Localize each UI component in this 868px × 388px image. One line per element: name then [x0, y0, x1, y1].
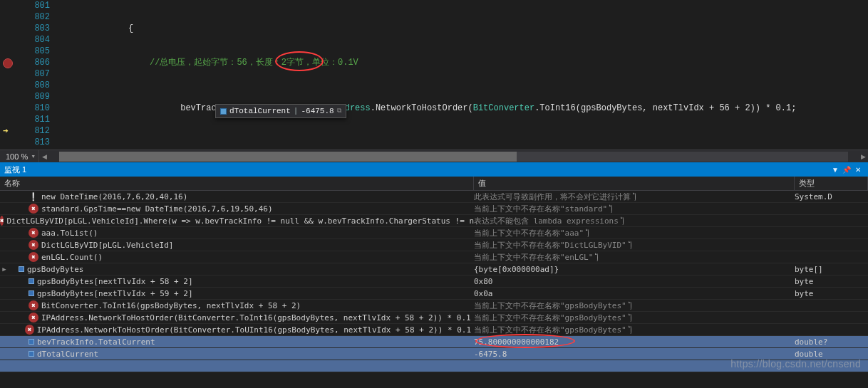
line-number: 811	[21, 114, 50, 125]
watch-value-cell[interactable]: 当前上下文中不存在名称"gpsBodyBytes"	[474, 313, 795, 323]
column-header-label: 类型	[799, 178, 815, 189]
error-icon: ✖	[0, 216, 4, 226]
field-icon	[19, 266, 24, 272]
line-number: 802	[21, 11, 50, 23]
column-header-label: 值	[478, 178, 486, 189]
watch-name-cell[interactable]: ✖aaa.ToList()	[0, 228, 474, 238]
watch-value-cell[interactable]: 当前上下文中不存在名称"gpsBodyBytes"	[474, 325, 795, 335]
watch-row[interactable]: ▶gpsBodyBytes{byte[0x000000ad]}byte[]	[0, 263, 868, 276]
chevron-down-icon[interactable]: ▼	[31, 154, 36, 159]
watch-type-cell: byte	[795, 277, 868, 286]
watch-row[interactable]: ✖standard.GpsTime==new DateTime(2016,7,6…	[0, 203, 868, 215]
line-number-gutter: 801 802 803 804 805 806 807 808 809 810 …	[21, 0, 57, 150]
watch-titlebar[interactable]: 监视 1 ▼ 📌 ✕	[0, 162, 868, 177]
watch-type-cell: double?	[795, 337, 868, 347]
watch-value-cell[interactable]: 75.800000000000182	[474, 337, 795, 347]
watch-value-cell[interactable]: -6475.8	[474, 350, 795, 359]
field-icon	[29, 339, 34, 345]
warning-icon: ❕	[29, 192, 38, 201]
watch-name-cell[interactable]: ✖enLGL.Count()	[0, 252, 474, 262]
watch-name-cell[interactable]: ✖IPAddress.NetworkToHostOrder(BitConvert…	[0, 313, 474, 323]
watch-type-cell: double	[795, 350, 868, 359]
watch-expression: bevTrackInfo.TotalCurrent	[37, 337, 155, 347]
zoom-combo[interactable]: 100 % ▼	[0, 150, 39, 162]
code-text: {	[128, 23, 133, 33]
watch-value-cell[interactable]: 当前上下文中不存在名称"enLGL"	[474, 252, 795, 263]
column-header-type[interactable]: 类型	[795, 177, 868, 190]
watch-value: 0x0a	[474, 289, 493, 298]
watch-name-cell[interactable]: dTotalCurrent	[0, 350, 474, 359]
field-icon	[220, 108, 227, 115]
watch-name-cell[interactable]: ✖standard.GpsTime==new DateTime(2016,7,6…	[0, 204, 474, 214]
watch-title-text: 监视 1	[4, 164, 26, 175]
scroll-right-button[interactable]: ▶	[858, 153, 868, 160]
field-icon	[29, 351, 34, 357]
editor-footer: 100 % ▼ ◀ ▶	[0, 150, 868, 162]
pin-button[interactable]: 📌	[841, 166, 852, 174]
watch-body[interactable]: ❕new DateTime(2016,7,6,20,40,16)此表达式可导致副…	[0, 191, 868, 374]
code-text-area[interactable]: { //总电压，起始字节：56，长度：2字节，单位：0.1V bevTrackI…	[57, 0, 868, 150]
execution-pointer-icon: ➔	[3, 127, 13, 137]
error-icon: ✖	[29, 240, 38, 250]
watch-row[interactable]: ✖DictLGLByVID[pLGL.VehicleId]当前上下文中不存在名称…	[0, 239, 868, 251]
watch-row[interactable]: ✖BitConverter.ToInt16(gpsBodyBytes, next…	[0, 300, 868, 312]
watch-name-cell[interactable]: ✖IPAddress.NetworkToHostOrder(BitConvert…	[0, 325, 474, 335]
watch-row[interactable]: ✖enLGL.Count()当前上下文中不存在名称"enLGL"	[0, 251, 868, 263]
breakpoint-gutter[interactable]: ➔	[0, 0, 21, 150]
watch-row[interactable]: ✖IPAddress.NetworkToHostOrder(BitConvert…	[0, 324, 868, 336]
zoom-value: 100 %	[6, 152, 28, 161]
watch-row[interactable]: ✖DictLGLByVID[pLGL.VehicleId].Where(w =>…	[0, 215, 868, 227]
watch-name-cell[interactable]: bevTrackInfo.TotalCurrent	[0, 337, 474, 347]
watch-value-cell[interactable]: 0x80	[474, 277, 795, 286]
watch-value-cell[interactable]: 表达式不能包含 lambda expressions	[474, 216, 795, 226]
error-icon: ✖	[29, 204, 38, 214]
debug-datatip[interactable]: dTotalCurrent | -6475.8 ⧉	[215, 104, 346, 118]
watch-value: 当前上下文中不存在名称"gpsBodyBytes"	[474, 313, 626, 323]
watch-value: 当前上下文中不存在名称"gpsBodyBytes"	[474, 325, 626, 335]
watermark-text: https://blog.csdn.net/cnsend	[730, 358, 861, 369]
watch-row[interactable]: ✖aaa.ToList()当前上下文中不存在名称"aaa"	[0, 227, 868, 239]
watch-name-cell[interactable]: gpsBodyBytes[nextTlvIdx + 58 + 2]	[0, 277, 474, 286]
watch-value-cell[interactable]: 当前上下文中不存在名称"standard"	[474, 204, 795, 214]
watch-value: 0x80	[474, 277, 493, 286]
watch-row[interactable]: bevTrackInfo.TotalCurrent75.800000000000…	[0, 336, 868, 348]
pin-icon[interactable]: ⧉	[337, 105, 341, 117]
close-button[interactable]: ✕	[852, 166, 864, 174]
dropdown-button[interactable]: ▼	[830, 166, 841, 174]
breakpoint-marker-icon[interactable]	[3, 58, 13, 68]
line-number: 812	[21, 125, 50, 137]
watch-value-cell[interactable]: 当前上下文中不存在名称"gpsBodyBytes"	[474, 300, 795, 311]
scroll-left-button[interactable]: ◀	[39, 153, 49, 160]
watch-type-cell: System.D	[795, 192, 868, 201]
watch-row[interactable]: ✖IPAddress.NetworkToHostOrder(BitConvert…	[0, 312, 868, 324]
line-number: 809	[21, 91, 50, 103]
horizontal-scrollbar[interactable]	[59, 152, 848, 162]
watch-row[interactable]: gpsBodyBytes[nextTlvIdx + 59 + 2]0x0abyt…	[0, 288, 868, 300]
watch-name-cell[interactable]: gpsBodyBytes[nextTlvIdx + 59 + 2]	[0, 289, 474, 298]
watch-row[interactable]: gpsBodyBytes[nextTlvIdx + 58 + 2]0x80byt…	[0, 276, 868, 288]
datatip-value: -6475.8	[301, 105, 334, 117]
watch-value-cell[interactable]: 当前上下文中不存在名称"aaa"	[474, 228, 795, 238]
line-number: 804	[21, 34, 50, 46]
watch-value-cell[interactable]: {byte[0x000000ad]}	[474, 265, 795, 274]
watch-expression: gpsBodyBytes	[27, 265, 83, 274]
watch-name-cell[interactable]: ✖BitConverter.ToInt16(gpsBodyBytes, next…	[0, 300, 474, 310]
datatip-name: dTotalCurrent	[229, 105, 291, 117]
watch-value: 75.800000000000182	[474, 337, 559, 347]
column-header-value[interactable]: 值	[474, 177, 795, 190]
line-number: 808	[21, 80, 50, 91]
watch-name-cell[interactable]: ❕new DateTime(2016,7,6,20,40,16)	[0, 192, 474, 201]
code-editor[interactable]: ➔ 801 802 803 804 805 806 807 808 809 81…	[0, 0, 868, 150]
watch-value-cell[interactable]: 当前上下文中不存在名称"DictLGLByVID"	[474, 240, 795, 251]
watch-name-cell[interactable]: ▶gpsBodyBytes	[0, 265, 474, 274]
watch-name-cell[interactable]: ✖DictLGLByVID[pLGL.VehicleId].Where(w =>…	[0, 216, 474, 226]
scrollbar-thumb[interactable]	[59, 152, 517, 162]
line-number: 810	[21, 103, 50, 114]
watch-name-cell[interactable]: ✖DictLGLByVID[pLGL.VehicleId]	[0, 240, 474, 250]
expander-icon[interactable]: ▶	[0, 266, 9, 273]
watch-value: 当前上下文中不存在名称"standard"	[474, 204, 607, 214]
column-header-name[interactable]: 名称	[0, 177, 474, 190]
watch-row[interactable]: ❕new DateTime(2016,7,6,20,40,16)此表达式可导致副…	[0, 191, 868, 203]
watch-value-cell[interactable]: 0x0a	[474, 289, 795, 298]
watch-value-cell[interactable]: 此表达式可导致副作用，将不会对它进行计算	[474, 192, 795, 202]
